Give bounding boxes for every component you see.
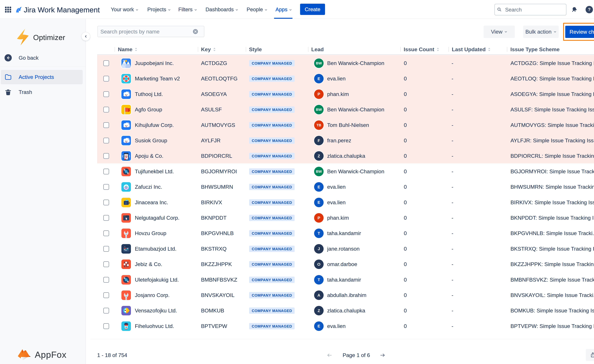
svg-text:?: ? bbox=[588, 7, 591, 12]
